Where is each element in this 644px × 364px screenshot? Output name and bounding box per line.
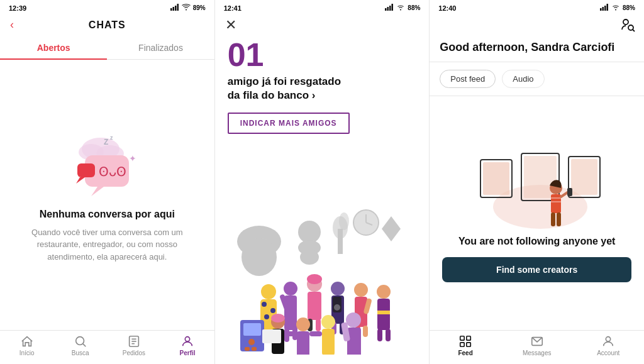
nav-feed-label: Feed — [458, 350, 472, 356]
svg-point-120 — [606, 337, 611, 341]
svg-rect-22 — [385, 8, 387, 11]
wifi-3-icon — [611, 4, 620, 12]
nav-account-label: Account — [597, 350, 619, 356]
svg-rect-115 — [460, 336, 464, 340]
nav-perfil[interactable]: Perfil — [161, 334, 214, 356]
svg-rect-24 — [389, 6, 391, 11]
svg-rect-82 — [284, 331, 297, 336]
svg-rect-72 — [243, 323, 261, 336]
svg-rect-54 — [316, 319, 321, 331]
tab-abertos[interactable]: Abertos — [0, 36, 107, 59]
nav-messages-label: Messages — [523, 350, 552, 356]
svg-rect-117 — [460, 343, 464, 346]
greeting-text: Good afternoon, Sandra Carciofi — [430, 41, 644, 62]
svg-point-42 — [264, 314, 269, 319]
svg-rect-69 — [377, 329, 382, 341]
svg-rect-85 — [322, 329, 335, 355]
svg-rect-52 — [308, 292, 321, 320]
svg-rect-0 — [170, 8, 172, 11]
wifi-2-icon — [396, 4, 405, 12]
nav-busca[interactable]: Busca — [53, 334, 107, 356]
people-illustration — [215, 150, 430, 364]
status-bar-2: 12:41 88% — [215, 0, 430, 14]
nav-pedidos[interactable]: Pedidos — [107, 334, 160, 356]
svg-rect-89 — [347, 328, 361, 355]
svg-rect-25 — [392, 4, 394, 11]
svg-text:✦: ✦ — [129, 153, 136, 163]
svg-point-45 — [284, 282, 297, 295]
close-button[interactable]: ✕ — [225, 18, 236, 32]
nav-home-label: Início — [19, 350, 35, 356]
svg-rect-1 — [172, 7, 174, 11]
empty-title: Nenhuma conversa por aqui — [40, 209, 175, 220]
big-number: 01 — [228, 38, 417, 71]
svg-point-73 — [248, 339, 255, 345]
svg-rect-64 — [363, 326, 368, 337]
referral-panel: 12:41 88% ✕ 01 amigo já foi resgatado da… — [215, 0, 430, 364]
svg-rect-111 — [551, 212, 555, 226]
status-bar-3: 12:40 88% — [430, 0, 644, 14]
panel3-header — [430, 14, 644, 41]
chats-panel: 12:39 89% ‹ CHATS Abertos Finalizados — [0, 0, 215, 364]
svg-point-28 — [298, 221, 321, 243]
tab-post-feed[interactable]: Post feed — [440, 70, 496, 88]
svg-point-15 — [75, 337, 84, 345]
empty-state: Z z ʘᴗʘ ✦ Nenhuma conversa por aqui Quan… — [0, 60, 214, 330]
time-2: 12:41 — [224, 4, 242, 12]
tab-audio[interactable]: Audio — [502, 70, 544, 88]
signal-icon — [170, 4, 179, 12]
svg-rect-118 — [467, 343, 470, 346]
indicar-button[interactable]: INDICAR MAIS AMIGOS — [228, 113, 350, 134]
svg-rect-95 — [604, 6, 606, 11]
svg-point-30 — [300, 250, 319, 265]
svg-point-40 — [262, 302, 267, 307]
svg-point-98 — [628, 25, 633, 30]
page-title: CHATS — [89, 19, 126, 31]
tab-finalizados[interactable]: Finalizados — [107, 36, 214, 59]
svg-point-33 — [339, 212, 349, 230]
svg-rect-83 — [309, 331, 322, 336]
not-following-text: You are not following anyone yet — [458, 236, 616, 247]
svg-rect-75 — [252, 347, 257, 351]
status-icons-3: 88% — [600, 4, 635, 12]
feed-tabs: Post feed Audio — [430, 62, 644, 96]
svg-rect-108 — [551, 194, 561, 213]
svg-rect-96 — [607, 4, 609, 11]
chats-header: ‹ CHATS — [0, 14, 214, 36]
svg-point-97 — [623, 19, 628, 25]
nav-home[interactable]: Início — [0, 334, 53, 356]
svg-marker-10 — [91, 187, 104, 196]
bottom-nav: Início Busca Pedidos Perfil — [0, 330, 214, 364]
empty-description: Quando você tiver uma conversa com um re… — [19, 226, 196, 263]
nav-pedidos-label: Pedidos — [123, 350, 145, 356]
svg-rect-102 — [483, 162, 509, 195]
nav-feed[interactable]: Feed — [430, 334, 501, 356]
panel2-subtitle: amigo já foi resgatado da fila do banco … — [228, 75, 417, 102]
person-search-icon[interactable] — [620, 17, 635, 36]
svg-rect-68 — [377, 311, 390, 314]
nav-messages[interactable]: Messages — [501, 334, 573, 356]
svg-point-27 — [242, 238, 277, 276]
svg-rect-2 — [175, 6, 177, 11]
svg-rect-79 — [262, 329, 281, 343]
signal-2-icon — [385, 4, 394, 12]
svg-rect-70 — [386, 329, 391, 341]
status-icons-2: 88% — [385, 4, 420, 12]
panel2-content: 01 amigo já foi resgatado da fila do ban… — [215, 38, 430, 150]
nav-account[interactable]: Account — [572, 334, 644, 356]
svg-point-41 — [270, 308, 275, 313]
svg-rect-12 — [77, 163, 95, 177]
svg-point-60 — [334, 304, 340, 311]
chat-tabs: Abertos Finalizados — [0, 36, 214, 60]
svg-point-21 — [185, 337, 189, 341]
wifi-icon — [182, 4, 191, 12]
find-creators-button[interactable]: Find some creators — [442, 257, 631, 282]
chat-illustration: Z z ʘᴗʘ ✦ — [66, 127, 148, 196]
gallery-illustration — [474, 144, 600, 226]
svg-rect-94 — [602, 7, 604, 11]
nav-perfil-label: Perfil — [180, 350, 196, 356]
svg-line-16 — [83, 344, 86, 346]
svg-rect-81 — [297, 331, 309, 355]
back-button[interactable]: ‹ — [10, 18, 14, 31]
time-1: 12:39 — [9, 4, 26, 12]
